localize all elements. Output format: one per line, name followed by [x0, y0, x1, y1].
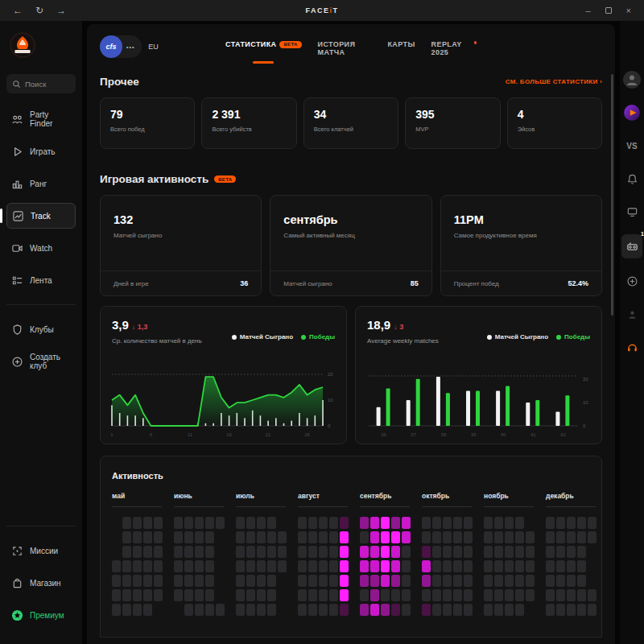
- heatmap-cell[interactable]: [195, 575, 204, 587]
- scrollbar[interactable]: [611, 74, 613, 316]
- heatmap-cell[interactable]: [422, 575, 431, 587]
- activity-heatmap-card[interactable]: Активность майиюньиюльавгустсентябрьоктя…: [100, 456, 602, 638]
- heatmap-cell[interactable]: [484, 560, 493, 572]
- sidebar-item-rank[interactable]: Ранг: [6, 171, 76, 196]
- heatmap-cell[interactable]: [267, 517, 276, 529]
- heatmap-cell[interactable]: [494, 575, 503, 587]
- heatmap-cell[interactable]: [236, 546, 245, 558]
- heatmap-cell[interactable]: [236, 560, 245, 572]
- sidebar-item-premium[interactable]: Премиум: [6, 602, 76, 628]
- heatmap-cell[interactable]: [174, 560, 183, 572]
- heatmap-cell[interactable]: [515, 517, 524, 529]
- heatmap-cell[interactable]: [298, 546, 307, 558]
- heatmap-cell[interactable]: [505, 517, 514, 529]
- heatmap-cell[interactable]: [246, 604, 255, 616]
- heatmap-cell[interactable]: [205, 560, 214, 572]
- profile-avatar-icon[interactable]: [621, 69, 642, 90]
- heatmap-cell[interactable]: [246, 517, 255, 529]
- heatmap-cell[interactable]: [360, 531, 369, 543]
- heatmap-cell[interactable]: [298, 560, 307, 572]
- notifications-bell-icon[interactable]: [621, 168, 642, 189]
- weekly-matches-chart-card[interactable]: 18,9↓ 3 Average weekly matches Матчей Сы…: [355, 306, 602, 444]
- heatmap-cell[interactable]: [402, 546, 411, 558]
- heatmap-cell[interactable]: [112, 560, 121, 572]
- heatmap-cell[interactable]: [329, 604, 338, 616]
- heatmap-cell[interactable]: [278, 546, 287, 558]
- heatmap-cell[interactable]: [308, 589, 317, 601]
- heatmap-cell[interactable]: [184, 546, 193, 558]
- heatmap-cell[interactable]: [329, 546, 338, 558]
- heatmap-cell[interactable]: [526, 575, 535, 587]
- heatmap-cell[interactable]: [257, 531, 266, 543]
- card-productive-time[interactable]: 11PMСамое продуктивное время Процент поб…: [440, 195, 602, 296]
- heatmap-cell[interactable]: [205, 575, 214, 587]
- heatmap-cell[interactable]: [133, 531, 142, 543]
- heatmap-cell[interactable]: [422, 531, 431, 543]
- heatmap-cell[interactable]: [154, 517, 163, 529]
- heatmap-cell[interactable]: [391, 546, 400, 558]
- heatmap-cell[interactable]: [443, 589, 452, 601]
- heatmap-cell[interactable]: [122, 560, 131, 572]
- heatmap-cell[interactable]: [174, 546, 183, 558]
- sidebar-item-shop[interactable]: Магазин: [6, 570, 76, 596]
- heatmap-cell[interactable]: [546, 604, 555, 616]
- heatmap-cell[interactable]: [391, 589, 400, 601]
- heatmap-cell[interactable]: [257, 517, 266, 529]
- heatmap-cell[interactable]: [308, 575, 317, 587]
- heatmap-cell[interactable]: [340, 531, 349, 543]
- heatmap-cell[interactable]: [184, 589, 193, 601]
- heatmap-cell[interactable]: [422, 560, 431, 572]
- faceit-logo-icon[interactable]: [8, 31, 76, 63]
- heatmap-cell[interactable]: [494, 517, 503, 529]
- heatmap-cell[interactable]: [443, 517, 452, 529]
- heatmap-cell[interactable]: [246, 560, 255, 572]
- heatmap-cell[interactable]: [370, 546, 379, 558]
- heatmap-cell[interactable]: [236, 589, 245, 601]
- heatmap-cell[interactable]: [453, 589, 462, 601]
- refresh-button[interactable]: ↻: [35, 5, 43, 16]
- heatmap-cell[interactable]: [577, 546, 586, 558]
- heatmap-cell[interactable]: [443, 575, 452, 587]
- sidebar-item-watch[interactable]: Watch: [6, 235, 76, 261]
- heatmap-cell[interactable]: [484, 531, 493, 543]
- heatmap-cell[interactable]: [298, 589, 307, 601]
- heatmap-cell[interactable]: [391, 575, 400, 587]
- heatmap-cell[interactable]: [205, 517, 214, 529]
- heatmap-cell[interactable]: [329, 517, 338, 529]
- heatmap-cell[interactable]: [464, 560, 473, 572]
- heatmap-cell[interactable]: [505, 560, 514, 572]
- tab-match-history[interactable]: ИСТОРИЯ МАТЧА: [318, 40, 372, 56]
- heatmap-cell[interactable]: [154, 531, 163, 543]
- heatmap-cell[interactable]: [515, 546, 524, 558]
- heatmap-cell[interactable]: [588, 604, 597, 616]
- heatmap-cell[interactable]: [360, 575, 369, 587]
- heatmap-cell[interactable]: [577, 604, 586, 616]
- stat-card-mvp[interactable]: 395MVP: [405, 97, 500, 149]
- stat-card-wins[interactable]: 79Всего побед: [100, 97, 195, 149]
- heatmap-cell[interactable]: [340, 546, 349, 558]
- heatmap-cell[interactable]: [391, 560, 400, 572]
- stat-card-kills[interactable]: 2 391Всего убийств: [201, 97, 296, 149]
- heatmap-cell[interactable]: [443, 560, 452, 572]
- heatmap-cell[interactable]: [298, 531, 307, 543]
- heatmap-cell[interactable]: [205, 531, 214, 543]
- heatmap-cell[interactable]: [216, 604, 225, 616]
- heatmap-cell[interactable]: [453, 560, 462, 572]
- sidebar-item-play[interactable]: Играть: [6, 138, 76, 164]
- heatmap-cell[interactable]: [422, 517, 431, 529]
- heatmap-cell[interactable]: [464, 517, 473, 529]
- heatmap-cell[interactable]: [381, 575, 390, 587]
- heatmap-cell[interactable]: [133, 517, 142, 529]
- heatmap-cell[interactable]: [422, 604, 431, 616]
- heatmap-cell[interactable]: [154, 575, 163, 587]
- heatmap-cell[interactable]: [143, 517, 152, 529]
- heatmap-cell[interactable]: [319, 517, 328, 529]
- heatmap-cell[interactable]: [143, 589, 152, 601]
- heatmap-cell[interactable]: [577, 589, 586, 601]
- heatmap-cell[interactable]: [122, 589, 131, 601]
- heatmap-cell[interactable]: [184, 560, 193, 572]
- tab-statistics[interactable]: СТАТИСТИКАBETA: [225, 40, 302, 64]
- heatmap-cell[interactable]: [267, 575, 276, 587]
- heatmap-cell[interactable]: [195, 560, 204, 572]
- heatmap-cell[interactable]: [381, 589, 390, 601]
